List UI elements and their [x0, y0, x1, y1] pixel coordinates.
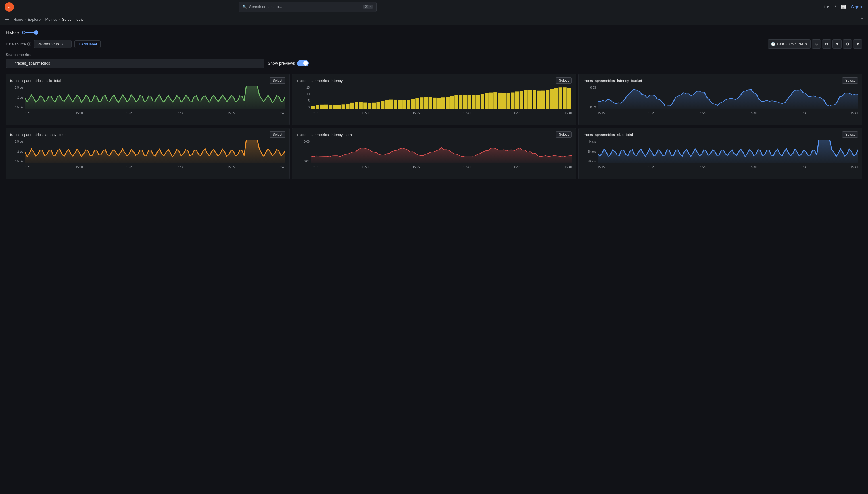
- show-previews-toggle[interactable]: [297, 60, 309, 66]
- y-label: 4K c/s: [583, 140, 596, 143]
- history-row: History: [6, 30, 862, 35]
- x-label: 15:35: [800, 112, 807, 115]
- plus-chevron: ▾: [827, 4, 829, 10]
- y-label: 2K c/s: [583, 160, 596, 163]
- breadcrumb-current: Select metric: [62, 17, 84, 22]
- settings-chevron[interactable]: ▾: [853, 39, 862, 49]
- svg-rect-43: [485, 93, 489, 109]
- y-label: 0.03: [583, 86, 596, 89]
- x-label: 15:35: [228, 166, 235, 169]
- svg-rect-40: [472, 95, 476, 109]
- time-range-label: Last 30 minutes: [777, 42, 804, 46]
- svg-rect-31: [433, 98, 437, 109]
- breadcrumb-sep-3: ›: [59, 17, 60, 22]
- x-labels-card1: 15:1515:2015:2515:3015:3515:40: [25, 112, 285, 115]
- svg-rect-26: [411, 99, 415, 109]
- collapse-icon[interactable]: ⌃: [860, 17, 863, 22]
- news-button[interactable]: 📰: [841, 4, 846, 10]
- svg-rect-23: [398, 100, 402, 109]
- svg-rect-12: [350, 103, 354, 109]
- x-label: 15:20: [648, 166, 655, 169]
- svg-rect-21: [390, 100, 393, 109]
- history-toggle[interactable]: [22, 31, 38, 35]
- svg-rect-10: [342, 104, 346, 109]
- breadcrumb-sep-2: ›: [42, 17, 43, 22]
- metric-title-card2: traces_spanmetrics_latency: [296, 78, 342, 83]
- search-shortcut: ⌘+k: [363, 5, 373, 9]
- svg-rect-16: [368, 103, 371, 109]
- settings-button[interactable]: ⚙: [843, 39, 852, 49]
- y-label: 3K c/s: [583, 150, 596, 153]
- svg-rect-41: [476, 95, 480, 109]
- add-button[interactable]: + ▾: [823, 4, 829, 10]
- menu-icon[interactable]: ☰: [5, 16, 9, 23]
- x-label: 15:20: [76, 166, 83, 169]
- x-label: 15:25: [699, 112, 706, 115]
- add-label-button[interactable]: + Add label: [75, 40, 101, 48]
- svg-rect-53: [528, 90, 532, 109]
- x-label: 15:25: [699, 166, 706, 169]
- y-label: 5: [296, 99, 310, 102]
- svg-text:G: G: [8, 5, 11, 8]
- breadcrumb-metrics[interactable]: Metrics: [45, 17, 57, 22]
- time-range-picker[interactable]: 🕐 Last 30 minutes ▾: [768, 39, 810, 49]
- y-label: 2.5 c/s: [10, 86, 23, 89]
- svg-rect-61: [563, 88, 567, 109]
- svg-rect-60: [559, 88, 563, 109]
- help-button[interactable]: ?: [833, 4, 836, 10]
- svg-rect-20: [385, 100, 389, 109]
- zoom-out-button[interactable]: ⊖: [812, 39, 821, 49]
- x-label: 15:30: [750, 112, 757, 115]
- x-label: 15:35: [514, 112, 521, 115]
- svg-rect-47: [502, 93, 506, 109]
- y-label: 10: [296, 93, 310, 96]
- svg-rect-19: [381, 101, 384, 109]
- x-label: 15:15: [311, 112, 318, 115]
- svg-rect-45: [493, 92, 497, 109]
- datasource-select[interactable]: Prometheus ▾: [34, 40, 72, 48]
- breadcrumb-sep-1: ›: [25, 17, 26, 22]
- select-btn-card2[interactable]: Select: [556, 77, 572, 84]
- chart-svg-card1: [25, 86, 285, 109]
- svg-rect-36: [454, 95, 458, 109]
- global-search[interactable]: 🔍 Search or jump to... ⌘+k: [239, 2, 376, 12]
- chart-area-card3: 0.030.02 15:1515:2015:2515:3015:3515:40: [583, 86, 858, 115]
- svg-rect-27: [415, 98, 419, 109]
- chart-svg-card6: [597, 140, 858, 163]
- select-btn-card6[interactable]: Select: [842, 131, 858, 138]
- signin-link[interactable]: Sign in: [851, 5, 863, 9]
- search-metrics-input[interactable]: [6, 59, 264, 68]
- refresh-chevron-icon: ▾: [836, 42, 838, 46]
- chart-area-card5: 0.060.04 15:1515:2015:2515:3015:3515:40: [296, 140, 572, 169]
- x-label: 15:15: [311, 166, 318, 169]
- breadcrumb-home[interactable]: Home: [13, 17, 23, 22]
- svg-rect-18: [376, 102, 380, 109]
- y-labels-card4: 2.5 c/s2 c/s1.5 c/s: [10, 140, 24, 163]
- select-btn-card1[interactable]: Select: [270, 77, 285, 84]
- add-label-text: + Add label: [78, 42, 97, 46]
- svg-rect-5: [320, 104, 323, 109]
- svg-rect-35: [450, 96, 454, 109]
- y-label: 15: [296, 86, 310, 89]
- y-label: 0.06: [296, 140, 310, 143]
- x-label: 15:20: [362, 112, 369, 115]
- x-label: 15:35: [514, 166, 521, 169]
- x-label: 15:15: [597, 166, 605, 169]
- search-placeholder: Search or jump to...: [249, 5, 282, 9]
- x-label: 15:40: [851, 166, 858, 169]
- svg-rect-9: [337, 105, 341, 109]
- y-label: 0.02: [583, 106, 596, 109]
- svg-rect-30: [429, 97, 432, 109]
- refresh-chevron[interactable]: ▾: [832, 39, 842, 49]
- datasource-info-icon[interactable]: i: [27, 42, 31, 46]
- select-btn-card4[interactable]: Select: [270, 131, 285, 138]
- refresh-button[interactable]: ↻: [822, 39, 831, 49]
- chart-svg-card2: [311, 86, 572, 109]
- breadcrumb-explore[interactable]: Explore: [28, 17, 41, 22]
- chart-area-card4: 2.5 c/s2 c/s1.5 c/s 15:1515:2015:2515:30…: [10, 140, 285, 169]
- metric-card-card2: traces_spanmetrics_latency Select 151050…: [292, 74, 576, 126]
- settings-chevron-icon: ▾: [857, 42, 859, 46]
- select-btn-card3[interactable]: Select: [842, 77, 858, 84]
- select-btn-card5[interactable]: Select: [556, 131, 572, 138]
- x-label: 15:30: [463, 166, 471, 169]
